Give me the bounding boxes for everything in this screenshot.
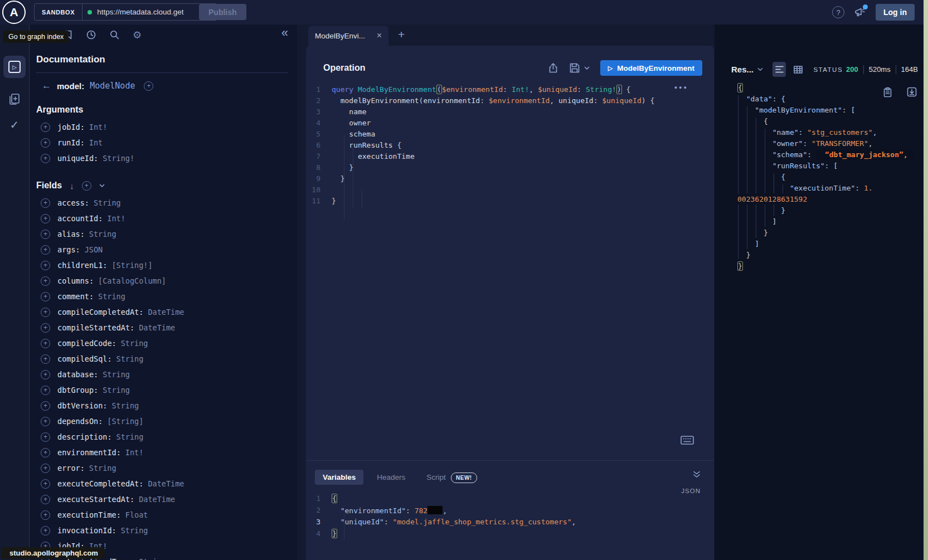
add-field-icon[interactable]: + xyxy=(41,245,50,255)
add-field-icon[interactable]: + xyxy=(41,479,50,489)
field-name[interactable]: executeCompletedAt: xyxy=(57,479,143,488)
add-field-icon[interactable]: + xyxy=(41,464,50,473)
collapse-variables-icon[interactable] xyxy=(693,471,701,478)
add-field-icon[interactable]: + xyxy=(41,276,50,286)
pretty-view-button[interactable] xyxy=(772,62,786,77)
publish-button[interactable]: Publish xyxy=(199,4,246,20)
add-field-icon[interactable]: + xyxy=(41,354,50,364)
query-editor[interactable]: 1query ModelByEnvironment($environmentId… xyxy=(306,84,714,206)
sidebar-item-checks[interactable]: ✓ xyxy=(3,114,26,136)
field-type[interactable]: String xyxy=(94,198,121,207)
argument-name[interactable]: jobId: xyxy=(57,123,85,132)
add-all-fields-icon[interactable]: + xyxy=(144,81,153,91)
add-field-icon[interactable]: + xyxy=(41,448,50,457)
add-field-icon[interactable]: + xyxy=(41,292,50,301)
save-icon[interactable] xyxy=(569,62,580,74)
share-icon[interactable] xyxy=(548,62,558,74)
field-name[interactable]: dependsOn: xyxy=(57,417,103,426)
variables-tab[interactable]: Headers xyxy=(369,470,413,485)
variables-tab[interactable]: Variables xyxy=(315,470,363,485)
argument-name[interactable]: runId: xyxy=(57,138,85,147)
add-field-icon[interactable]: + xyxy=(41,401,50,411)
sidebar-item-explorer[interactable]: ▷ xyxy=(3,56,26,78)
variables-editor[interactable]: 1{2 "environmentId": 782,3 "uniqueId": "… xyxy=(306,493,714,539)
sort-icon[interactable]: ↓ xyxy=(70,181,74,191)
history-icon[interactable] xyxy=(86,30,96,40)
add-field-icon[interactable]: + xyxy=(41,230,50,239)
field-type[interactable]: DateTime xyxy=(139,323,175,332)
argument-type[interactable]: String! xyxy=(103,154,134,163)
field-type[interactable]: String xyxy=(103,386,130,395)
help-icon[interactable]: ? xyxy=(832,6,844,18)
run-operation-button[interactable]: ▷ ModelByEnvironment xyxy=(600,60,702,76)
argument-name[interactable]: uniqueId: xyxy=(57,154,98,163)
add-field-icon[interactable]: + xyxy=(41,526,50,535)
field-type[interactable]: [CatalogColumn] xyxy=(98,276,166,285)
sidebar-item-collections[interactable] xyxy=(3,88,26,110)
operation-tab[interactable]: ModelByEnvi... × xyxy=(308,26,388,46)
apollo-logo[interactable]: A xyxy=(2,1,26,24)
field-type[interactable]: Int! xyxy=(107,214,125,223)
field-type[interactable]: DateTime xyxy=(139,495,175,504)
add-field-icon[interactable]: + xyxy=(41,323,50,333)
response-json-viewer[interactable]: { "data": { "modelByEnvironment": [ { "n… xyxy=(715,82,924,271)
add-field-icon[interactable]: + xyxy=(41,261,50,270)
field-type[interactable]: String xyxy=(103,370,130,379)
field-type[interactable]: String xyxy=(121,526,148,535)
field-type[interactable]: [String!] xyxy=(111,261,152,270)
search-icon[interactable] xyxy=(109,30,120,40)
field-type[interactable]: String xyxy=(121,339,148,348)
field-name[interactable]: compileStartedAt: xyxy=(57,323,134,332)
field-type[interactable]: String xyxy=(111,401,139,410)
field-name[interactable]: executeStartedAt: xyxy=(57,495,134,504)
field-name[interactable]: compiledCode: xyxy=(57,339,116,348)
login-button[interactable]: Log in xyxy=(876,4,915,21)
field-type[interactable]: Int! xyxy=(125,448,144,457)
field-type[interactable]: [String] xyxy=(107,417,143,426)
field-name[interactable]: accountId: xyxy=(57,214,103,223)
settings-gear-icon[interactable]: ⚙ xyxy=(133,30,142,40)
field-type[interactable]: String xyxy=(116,354,144,363)
table-view-button[interactable] xyxy=(791,62,805,77)
field-name[interactable]: dbtVersion: xyxy=(57,401,107,410)
field-type[interactable]: String xyxy=(116,432,144,441)
field-type[interactable]: DateTime xyxy=(148,308,184,316)
add-field-icon[interactable]: + xyxy=(41,510,50,520)
field-type[interactable]: String xyxy=(89,230,116,238)
back-arrow-icon[interactable]: ← xyxy=(42,80,51,91)
add-fields-icon[interactable]: + xyxy=(82,181,91,191)
new-tab-icon[interactable]: + xyxy=(398,28,405,41)
add-field-icon[interactable]: + xyxy=(41,495,50,504)
field-name[interactable]: comment: xyxy=(57,292,94,301)
add-field-icon[interactable]: + xyxy=(41,417,50,426)
endpoint-url-field[interactable]: https://metadata.cloud.get xyxy=(82,8,203,16)
add-argument-icon[interactable]: + xyxy=(41,154,50,163)
variables-tab[interactable]: Script xyxy=(419,470,454,485)
field-type[interactable]: JSON xyxy=(85,245,103,254)
response-chevron-icon[interactable] xyxy=(757,67,763,72)
field-type[interactable]: DateTime xyxy=(148,479,184,488)
argument-type[interactable]: Int! xyxy=(89,123,108,132)
add-field-icon[interactable]: + xyxy=(41,214,50,223)
add-field-icon[interactable]: + xyxy=(41,198,50,208)
field-name[interactable]: compileCompletedAt: xyxy=(57,308,143,316)
field-type[interactable]: String xyxy=(89,464,116,473)
close-tab-icon[interactable]: × xyxy=(377,31,382,41)
announcements-megaphone-icon[interactable] xyxy=(854,7,866,18)
add-field-icon[interactable]: + xyxy=(41,308,50,317)
add-field-icon[interactable]: + xyxy=(41,386,50,395)
field-name[interactable]: executionTime: xyxy=(57,510,121,519)
type-name-link[interactable]: ModelNode xyxy=(90,81,135,91)
field-name[interactable]: error: xyxy=(57,464,85,473)
add-field-icon[interactable]: + xyxy=(41,370,50,379)
save-options-chevron-icon[interactable] xyxy=(584,66,590,70)
argument-type[interactable]: Int xyxy=(89,138,103,147)
field-name[interactable]: invocationId: xyxy=(57,526,116,535)
endpoint-url[interactable]: https://metadata.cloud.get xyxy=(97,8,183,16)
add-argument-icon[interactable]: + xyxy=(41,123,50,132)
field-type[interactable]: String xyxy=(139,557,166,560)
chevron-down-icon[interactable] xyxy=(99,184,105,188)
collapse-panel-icon[interactable]: « xyxy=(281,26,288,40)
field-name[interactable]: columns: xyxy=(57,276,94,285)
field-name[interactable]: description: xyxy=(57,432,112,441)
